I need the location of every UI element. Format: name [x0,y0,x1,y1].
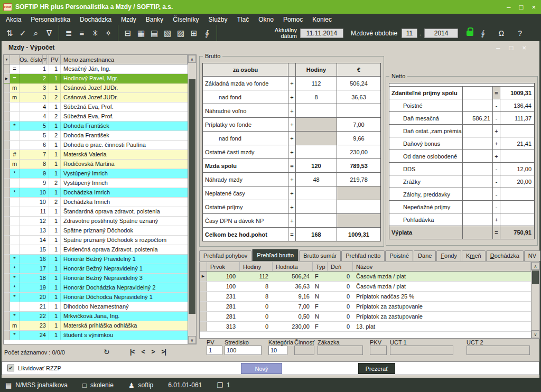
minimize-button[interactable]: – [507,4,510,11]
menu-personalistika[interactable]: Personalistika [26,16,75,23]
lock-icon[interactable] [467,31,473,36]
menu-dochadzka[interactable]: Dochádzka [75,16,116,23]
aktualny-datum-field[interactable]: 11.11.2014 [300,29,343,38]
report-icon[interactable]: ▤ [148,29,160,38]
tab-prehlad-brutto[interactable]: Prehľad brutto [252,249,299,261]
scroll-down-icon[interactable]: ∨ [531,330,539,338]
detail-scrollbar[interactable]: ∧ ∨ [531,262,539,338]
tab-dochadzka[interactable]: Dochádzka [486,250,524,261]
detail-row[interactable]: 28100,50N0Príplatok za zastupovanie [200,312,531,322]
employee-row[interactable]: m231Materská prihláška odhláška [4,321,188,331]
obdobie-year-field[interactable]: 2014 [424,29,458,38]
employee-row[interactable]: 151Evidenčná oprava Zdravot. poistenia [4,245,188,255]
search-icon[interactable]: ⌕ [30,29,42,38]
field-kategoria[interactable]: 10 [268,346,287,355]
close-button[interactable]: × [531,4,536,11]
attachment-icon[interactable]: ∮ [201,29,213,38]
star-icon[interactable]: ✧ [102,29,114,38]
employee-row[interactable]: *91Vystúpený Imrich [4,169,188,179]
obdobie-month-field[interactable]: 11 [402,29,417,38]
excel-export-icon[interactable]: ▦ [135,29,147,38]
employee-scrollbar[interactable]: ∧ ∨ [188,55,196,344]
refresh-icon[interactable]: ↻ [104,348,110,356]
employee-row[interactable]: #71Materská Valeria [4,150,188,160]
scrollbar-thumb[interactable] [532,270,539,284]
tab-kmen[interactable]: Kmeň [462,250,486,261]
data-transfer-icon[interactable]: ⇅ [4,29,15,38]
menu-akcia[interactable]: Akcia [1,16,26,23]
scroll-up-icon[interactable]: ∧ [188,55,196,63]
close-button[interactable]: × [522,44,526,51]
calculator-icon[interactable]: ⊞ [188,29,200,38]
menu-banky[interactable]: Banky [141,16,168,23]
detail-col-nazov[interactable]: Názov [353,262,531,271]
tab-dane[interactable]: Dane [414,250,436,261]
employee-row[interactable]: m31Csánová Jozef JUDr. [4,83,188,93]
employee-row[interactable]: *241študent s výnimkou [4,331,188,340]
scroll-up-icon[interactable]: ∧ [531,262,539,270]
detail-col-hodiny[interactable]: Hodiny [240,262,273,271]
tab-prehlad-pohybov[interactable]: Prehľad pohybov [199,250,251,261]
employee-row[interactable]: 61Dohoda o prac. činnosti Paulína [4,141,188,150]
alarm-bell-icon[interactable]: Ω [499,29,504,38]
employee-row[interactable]: 102Dochádzka Imrich [4,198,188,207]
employee-row[interactable]: 141Spätne priznaný Dôchodok s rozpočtom [4,236,188,245]
maximize-button[interactable]: □ [509,44,514,51]
next-record-button[interactable]: > [151,348,154,356]
help-icon[interactable]: ? [518,29,522,38]
detail-row[interactable]: 23189,16N0Príplatok nadčas 25 % [200,292,531,302]
last-record-button[interactable]: >| [161,348,165,356]
list-icon[interactable]: ≡ [76,29,88,38]
prezerat-button[interactable]: Prezerať [358,363,395,374]
prev-record-button[interactable]: < [141,348,144,356]
pv-column-header[interactable]: PV [49,55,61,64]
employee-row[interactable]: *51Dohoda František [4,122,188,131]
tab-poistne[interactable]: Poistné [385,250,413,261]
employee-row[interactable]: ▶=21Hodinový Pavel, Mgr. [4,74,188,83]
tab-nv[interactable]: NV [524,250,540,261]
filter-icon[interactable]: ▼ [4,55,10,64]
menu-mzdy[interactable]: Mzdy [116,16,141,23]
employee-row[interactable]: 42Súbežná Eva, Prof. [4,112,188,122]
employee-row[interactable]: *181Honorár Bežný Nepravidelný 3 [4,274,188,283]
settings-gear-icon[interactable]: ✳ [89,29,101,38]
list-detail-icon[interactable]: ≣ [63,29,74,38]
graph-doc-icon[interactable]: ▨ [175,29,186,38]
menu-koniec[interactable]: Koniec [307,16,337,23]
menu-pomoc[interactable]: Pomoc [278,16,307,23]
employee-row[interactable]: *201Honorár Dôchodca Nepravidelný 1 [4,293,188,302]
detail-col-den[interactable]: Deň [328,262,353,271]
employee-row[interactable]: *191Honorár Dochádzka Nepravidelný 2 [4,283,188,293]
employee-row[interactable]: m32Csánová Jozef JUDr. [4,93,188,102]
likvidovat-rzzp-checkbox[interactable]: ✔ Likvidovať RZZP [7,365,61,371]
employee-row[interactable]: 211Dlhodobo Nezamestnaný [4,302,188,312]
detail-col-hodnota[interactable]: Hodnota [273,262,313,271]
employee-row[interactable]: *221Mrkvičková Jana, Ing. [4,312,188,321]
detail-row[interactable]: ▶100112506,24F0Časová mzda / plat [200,272,531,282]
os-cislo-column-header[interactable]: Os. číslo▽ [20,55,49,64]
detail-col-prvok[interactable]: Prvok [207,262,240,271]
word-export-icon[interactable]: ▧ [162,29,173,38]
employee-row[interactable]: *101Dochádzka Imrich [4,188,188,198]
employee-row[interactable]: 41Súbežná Eva, Prof. [4,102,188,112]
detail-row[interactable]: 3130230,00F013. plat [200,322,531,332]
scroll-down-icon[interactable]: ∨ [188,336,196,344]
print-icon[interactable]: ⊟ [122,29,134,38]
menu-okno[interactable]: Okno [254,16,278,23]
tab-brutto-sumar[interactable]: Brutto sumár [299,250,341,261]
menu-tlac[interactable]: Tlač [232,16,254,23]
employee-row[interactable]: 52Dohoda František [4,131,188,141]
minimize-button[interactable]: – [496,44,500,51]
employee-row[interactable]: 111Štandardná oprava zdravot. poistenia [4,207,188,217]
tab-fondy[interactable]: Fondy [436,250,461,261]
employee-row[interactable]: *161Honorár Bežný Pravidelný 1 [4,255,188,264]
maximize-button[interactable]: □ [519,4,524,11]
menu-sluzby[interactable]: Služby [203,16,232,23]
employee-row[interactable]: m81Rodičovská Martina [4,160,188,169]
employee-row[interactable]: =11Mesačný Ján, Ing. [4,64,188,74]
field-pv[interactable]: 1 [207,346,222,355]
detail-row[interactable]: 28107,00F0Príplatok za zastupovanie [200,302,531,312]
filter-funnel-icon[interactable]: ∇ [43,29,55,38]
scrollbar-thumb[interactable] [189,79,195,314]
first-record-button[interactable]: |< [130,348,134,356]
